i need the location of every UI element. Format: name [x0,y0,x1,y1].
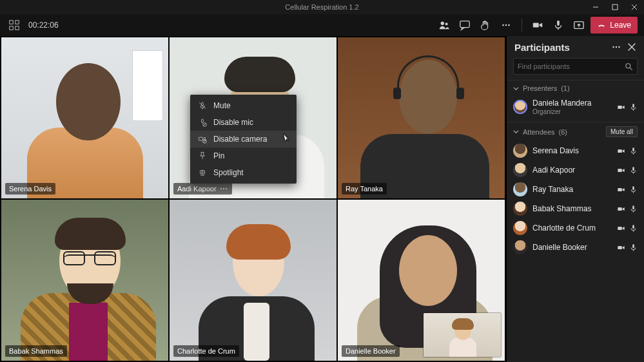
svg-rect-31 [618,187,622,191]
camera-icon [617,147,625,155]
search-icon [624,62,633,71]
svg-rect-35 [618,226,622,229]
participant-name: Charlotte de Crum [532,224,612,233]
menu-item-disable-camera[interactable]: Disable camera [190,131,297,148]
video-tile-ray-tanaka[interactable]: Ray Tanaka [338,37,505,198]
menu-item-disable-mic[interactable]: Disable mic [190,114,297,131]
tile-name-label: Ray Tanaka [342,183,387,195]
grid-layout-button[interactable] [6,17,22,33]
share-screen-button[interactable] [570,17,588,33]
participant-context-menu: Mute Disable mic Disable camera Pin Spot… [190,95,297,184]
chevron-down-icon [513,86,519,91]
window-controls [586,0,644,14]
leave-icon [597,21,606,30]
section-header-attendees[interactable]: Attendees (6) Mute all [507,122,644,141]
participants-panel: Participants Present [506,36,644,362]
camera-toggle-button[interactable] [529,17,547,33]
participants-button[interactable] [435,17,453,33]
svg-point-5 [441,22,444,25]
mic-icon [629,205,638,213]
svg-point-22 [616,46,618,48]
leave-label: Leave [610,21,631,30]
participant-name: Babak Shammas [532,204,612,213]
mic-icon [629,243,638,252]
app-root: Cellular Respiration 1.2 00:22:06 [0,0,644,362]
leave-button[interactable]: Leave [590,17,638,33]
tile-name-label: Serena Davis [5,183,55,195]
participant-row[interactable]: Danielle Booker [511,238,640,257]
chevron-down-icon [513,129,519,135]
window-title: Cellular Respiration 1.2 [285,3,358,11]
mic-disable-icon [198,118,207,127]
svg-rect-30 [632,167,634,171]
window-close-button[interactable] [625,0,644,14]
mute-all-button[interactable]: Mute all [606,126,638,137]
participant-row[interactable]: Serena Davis [511,141,640,160]
cursor-icon [282,133,291,145]
tile-name-label: Babak Shammas [5,345,67,357]
svg-rect-15 [202,119,204,123]
svg-point-9 [505,24,507,26]
svg-rect-38 [632,244,634,248]
participant-row[interactable]: Ray Tanaka [511,180,640,199]
chat-button[interactable] [456,17,474,33]
more-actions-button[interactable] [497,17,515,33]
toolbar-separator [522,19,522,32]
participants-search[interactable] [513,58,638,75]
tile-name-label: Charlotte de Crum [173,345,239,357]
video-tile-danielle-booker[interactable]: Danielle Booker [338,200,505,361]
participant-name: Ray Tanaka [532,185,612,194]
mic-icon [629,186,638,194]
section-header-presenters[interactable]: Presenters (1) [507,81,644,96]
panel-more-button[interactable] [610,41,622,53]
video-tile-charlotte-de-crum[interactable]: Charlotte de Crum [170,200,337,361]
svg-rect-33 [618,207,622,210]
panel-close-button[interactable] [626,41,638,53]
participant-name: Serena Davis [532,146,612,155]
svg-rect-17 [199,137,202,140]
camera-icon [617,205,625,213]
svg-rect-37 [618,245,622,249]
svg-point-20 [202,171,204,173]
meeting-toolbar: 00:22:06 [0,14,644,36]
participant-row[interactable]: Charlotte de Crum [511,218,640,238]
video-grid: Serena Davis Aadi Kapoor ··· [0,36,506,362]
svg-rect-25 [618,105,622,108]
menu-item-mute[interactable]: Mute [190,97,297,114]
mic-toggle-button[interactable] [549,17,567,33]
window-minimize-button[interactable] [586,0,605,14]
svg-rect-2 [15,21,19,24]
svg-rect-0 [612,5,618,10]
participant-row[interactable]: Daniela Mandera Organizer [511,96,640,118]
participant-row[interactable]: Babak Shammas [511,199,640,218]
camera-icon [617,186,625,194]
camera-icon [617,166,625,175]
menu-item-pin[interactable]: Pin [190,148,297,164]
self-preview[interactable] [424,313,501,357]
svg-rect-32 [632,186,634,190]
avatar [513,240,527,254]
spotlight-icon [198,168,207,177]
svg-point-10 [508,24,510,26]
camera-disable-icon [198,135,207,144]
raise-hand-button[interactable] [476,17,494,33]
window-maximize-button[interactable] [605,0,625,14]
video-tile-babak-shammas[interactable]: Babak Shammas [1,200,168,361]
search-input[interactable] [518,62,624,70]
svg-rect-11 [533,23,539,27]
svg-rect-3 [10,26,13,30]
participant-name: Danielle Booker [532,243,612,252]
mic-muted-icon [198,101,207,110]
menu-item-spotlight[interactable]: Spotlight [190,164,297,181]
camera-icon [617,103,625,111]
participant-row[interactable]: Aadi Kapoor [511,160,640,180]
avatar [513,221,527,235]
svg-point-24 [626,64,630,68]
video-tile-serena-davis[interactable]: Serena Davis [1,37,168,198]
avatar [513,144,527,158]
svg-rect-4 [15,26,19,30]
tile-more-icon[interactable]: ··· [220,185,228,193]
section-presenters: Presenters (1) Daniela Mandera Organizer [507,80,644,122]
svg-rect-19 [200,171,205,175]
svg-point-8 [502,24,504,26]
